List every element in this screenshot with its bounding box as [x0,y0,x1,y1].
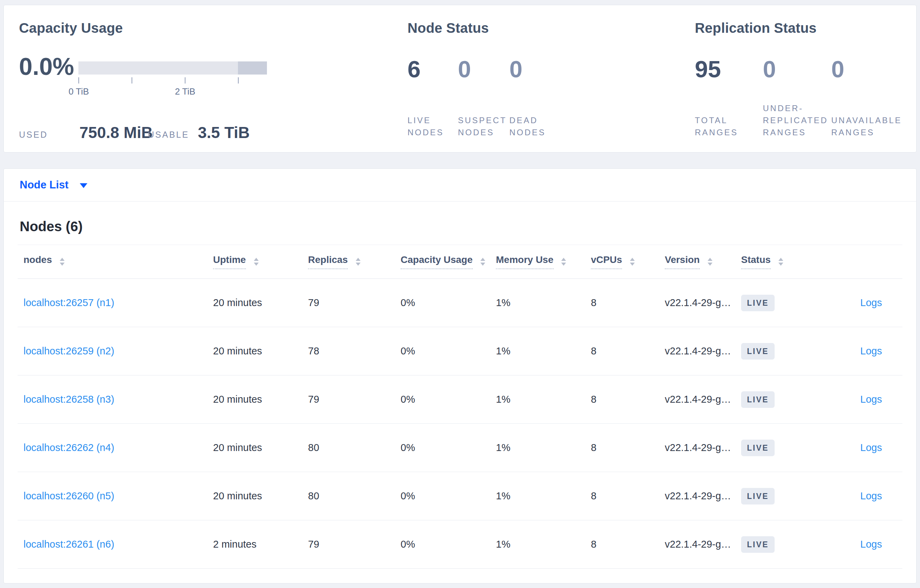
cluster-summary-card: Capacity Usage 0.0% 0 TiB 2 TiB USED 750… [3,5,917,152]
column-header-status[interactable]: Status [741,245,828,279]
table-row: localhost:26261 (n6) 2 minutes 79 0% 1% … [18,520,902,569]
column-header-capacity-usage[interactable]: Capacity Usage [401,245,496,279]
capacity-usage-title: Capacity Usage [19,20,123,36]
nodes-table: nodes Uptime Replicas Capacity Usage [18,245,902,569]
logs-link[interactable]: Logs [860,346,882,357]
used-value: 750.8 MiB [79,123,153,142]
table-row: localhost:26258 (n3) 20 minutes 79 0% 1%… [18,375,902,424]
status-badge: LIVE [741,488,774,504]
memory-cell: 1% [496,279,591,327]
version-cell: v22.1.4-29-g… [665,520,741,569]
logs-link[interactable]: Logs [860,442,882,453]
replicas-cell: 80 [308,472,401,520]
nodes-table-section: Nodes (6) nodes Uptime [4,202,916,583]
sort-icon[interactable] [480,258,485,266]
version-cell: v22.1.4-29-g… [665,375,741,424]
capacity-cell: 0% [401,424,496,472]
live-nodes-count: 6 [408,56,458,82]
replication-labels: TOTAL RANGES UNDER- REPLICATED RANGES UN… [695,102,907,138]
logs-link[interactable]: Logs [860,490,882,501]
capacity-bar-chart: 0 TiB 2 TiB [78,61,267,103]
capacity-bar-nonusable-segment [238,61,267,74]
memory-cell: 1% [496,520,591,569]
node-status-title: Node Status [408,20,489,36]
suspect-nodes-count: 0 [458,56,509,82]
table-row: localhost:26257 (n1) 20 minutes 79 0% 1%… [18,279,902,327]
table-row: localhost:26260 (n5) 20 minutes 80 0% 1%… [18,472,902,520]
node-list-dropdown-label: Node List [20,179,68,191]
status-badge: LIVE [741,295,774,311]
status-badge: LIVE [741,343,774,360]
vcpus-cell: 8 [591,375,665,424]
column-header-version[interactable]: Version [665,245,741,279]
sort-icon[interactable] [356,258,361,266]
logs-link[interactable]: Logs [860,394,882,405]
memory-cell: 1% [496,424,591,472]
status-badge: LIVE [741,439,774,456]
replicas-cell: 80 [308,424,401,472]
node-link[interactable]: localhost:26259 (n2) [23,346,114,357]
column-header-replicas[interactable]: Replicas [308,245,401,279]
column-header-vcpus[interactable]: vCPUs [591,245,665,279]
vcpus-cell: 8 [591,279,665,327]
uptime-cell: 20 minutes [213,327,308,375]
sort-icon[interactable] [60,258,65,266]
node-status-labels: LIVE NODES SUSPECT NODES DEAD NODES [408,114,572,138]
chevron-down-icon [80,183,87,188]
suspect-nodes-label: SUSPECT NODES [458,114,509,138]
capacity-bar-track [78,61,267,74]
sort-icon[interactable] [630,258,635,266]
capacity-tick-0 [78,77,79,84]
node-link[interactable]: localhost:26258 (n3) [23,394,114,405]
uptime-cell: 2 minutes [213,520,308,569]
logs-link[interactable]: Logs [860,539,882,550]
vcpus-cell: 8 [591,472,665,520]
node-link[interactable]: localhost:26261 (n6) [23,539,114,550]
sort-icon[interactable] [778,258,783,266]
memory-cell: 1% [496,375,591,424]
uptime-cell: 20 minutes [213,279,308,327]
table-row: localhost:26259 (n2) 20 minutes 78 0% 1%… [18,327,902,375]
overview-page: Capacity Usage 0.0% 0 TiB 2 TiB USED 750… [0,0,920,588]
node-link[interactable]: localhost:26260 (n5) [23,490,114,501]
version-cell: v22.1.4-29-g… [665,279,741,327]
sort-icon[interactable] [708,258,713,266]
node-list-card: Node List Nodes (6) nodes Upt [3,168,917,583]
node-list-dropdown[interactable]: Node List [4,169,916,202]
sort-icon[interactable] [561,258,566,266]
replication-status-section: Replication Status 95 0 0 TOTAL RANGES U… [695,5,916,152]
capacity-percent: 0.0% [19,53,74,81]
capacity-cell: 0% [401,375,496,424]
uptime-cell: 20 minutes [213,375,308,424]
logs-link[interactable]: Logs [860,297,882,308]
capacity-tick-1 [131,77,132,84]
version-cell: v22.1.4-29-g… [665,327,741,375]
node-status-values: 6 0 0 [408,56,572,82]
capacity-cell: 0% [401,472,496,520]
capacity-tick-3 [238,77,239,84]
capacity-cell: 0% [401,279,496,327]
status-badge: LIVE [741,391,774,408]
nodes-heading: Nodes (6) [18,219,902,234]
replication-status-title: Replication Status [695,20,817,36]
node-link[interactable]: localhost:26262 (n4) [23,442,114,453]
replication-values: 95 0 0 [695,56,907,82]
replicas-cell: 79 [308,375,401,424]
vcpus-cell: 8 [591,424,665,472]
unavailable-ranges-label: UNAVAILABLE RANGES [831,114,907,138]
version-cell: v22.1.4-29-g… [665,424,741,472]
column-header-uptime[interactable]: Uptime [213,245,308,279]
table-header-row: nodes Uptime Replicas Capacity Usage [18,245,902,279]
node-status-section: Node Status 6 0 0 LIVE NODES SUSPECT NOD… [408,5,684,152]
used-label: USED [19,130,48,140]
unavailable-ranges-count: 0 [831,56,907,82]
node-link[interactable]: localhost:26257 (n1) [23,297,114,308]
sort-icon[interactable] [254,258,259,266]
vcpus-cell: 8 [591,520,665,569]
column-header-nodes[interactable]: nodes [18,245,213,279]
memory-cell: 1% [496,472,591,520]
column-header-memory-use[interactable]: Memory Use [496,245,591,279]
uptime-cell: 20 minutes [213,472,308,520]
version-cell: v22.1.4-29-g… [665,472,741,520]
dead-nodes-count: 0 [509,56,572,82]
